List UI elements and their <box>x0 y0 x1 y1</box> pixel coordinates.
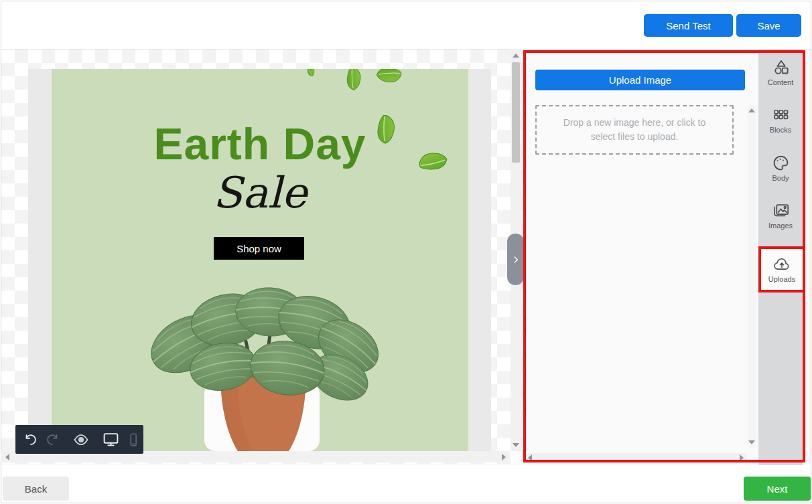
upload-image-button[interactable]: Upload Image <box>535 70 745 90</box>
potted-plant-image <box>145 282 380 451</box>
sidebar-item-body[interactable]: Body <box>758 154 803 182</box>
shop-now-button[interactable]: Shop now <box>214 237 304 260</box>
panel-horizontal-scrollbar[interactable] <box>525 453 747 463</box>
photos-icon <box>772 201 790 220</box>
image-dropzone[interactable]: Drop a new image here, or click to selec… <box>535 105 734 155</box>
leaf-icon <box>306 69 317 78</box>
sidebar-item-label: Body <box>772 174 789 182</box>
desktop-view-icon[interactable] <box>103 431 119 448</box>
email-preview-canvas[interactable]: Earth Day Sale Shop now <box>28 69 491 451</box>
panel-vertical-scrollbar[interactable] <box>748 105 756 448</box>
sidebar-item-images[interactable]: Images <box>758 201 803 230</box>
sidebar-item-label: Content <box>768 78 794 86</box>
sidebar-item-uploads[interactable]: Uploads <box>758 246 805 292</box>
send-test-button[interactable]: Send Test <box>644 14 733 37</box>
cloud-upload-icon <box>772 254 791 273</box>
email-subheadline: Sale <box>52 168 468 218</box>
redo-icon[interactable] <box>45 432 60 447</box>
leaf-icon <box>373 69 405 90</box>
editor-sidebar: Content Blocks Body Images Uploads <box>758 50 803 465</box>
chevron-right-icon <box>511 255 521 264</box>
email-hero-section: Earth Day Sale Shop now <box>52 69 468 451</box>
bottom-footer: Back Next <box>1 465 811 503</box>
panel-collapse-handle[interactable] <box>507 234 524 285</box>
top-header: Send Test Save <box>1 1 811 50</box>
palette-icon <box>772 154 790 172</box>
back-button[interactable]: Back <box>3 477 69 501</box>
blocks-grid-icon <box>772 106 790 124</box>
undo-icon[interactable] <box>23 432 38 447</box>
shapes-icon <box>772 58 790 76</box>
save-button[interactable]: Save <box>736 14 801 37</box>
sidebar-item-content[interactable]: Content <box>758 58 803 86</box>
sidebar-item-label: Blocks <box>770 126 791 134</box>
app-window: Send Test Save <box>1 1 811 503</box>
sidebar-item-blocks[interactable]: Blocks <box>758 106 803 134</box>
sidebar-item-label: Uploads <box>768 275 795 283</box>
email-headline: Earth Day <box>52 118 468 169</box>
leaf-icon <box>340 69 368 94</box>
dropzone-text: Drop a new image here, or click to selec… <box>551 116 718 144</box>
preview-eye-icon[interactable] <box>73 432 89 448</box>
mobile-view-icon[interactable] <box>126 432 141 447</box>
preview-toolbar <box>15 425 143 454</box>
next-button[interactable]: Next <box>744 477 811 501</box>
editor-main-area: Earth Day Sale Shop now <box>1 50 811 465</box>
sidebar-item-label: Images <box>768 222 793 230</box>
